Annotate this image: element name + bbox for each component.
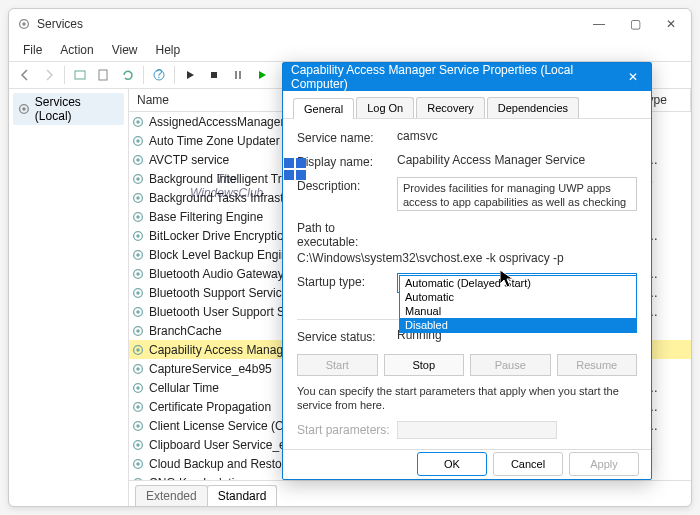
tab-extended[interactable]: Extended [135, 485, 208, 506]
gear-icon [131, 172, 145, 186]
cancel-button[interactable]: Cancel [493, 452, 563, 476]
option-auto-delayed[interactable]: Automatic (Delayed Start) [400, 276, 636, 290]
label-startup-type: Startup type: [297, 273, 397, 289]
properties-button[interactable] [69, 64, 91, 86]
tab-logon[interactable]: Log On [356, 97, 414, 118]
svg-point-1 [22, 22, 26, 26]
svg-point-12 [136, 120, 140, 124]
gear-icon [131, 286, 145, 300]
svg-rect-8 [239, 71, 241, 79]
gear-icon [17, 102, 31, 116]
svg-point-24 [136, 234, 140, 238]
svg-rect-3 [99, 70, 107, 80]
minimize-button[interactable]: — [587, 17, 611, 31]
svg-text:?: ? [156, 68, 163, 81]
svg-point-10 [22, 107, 25, 110]
gear-icon [131, 457, 145, 471]
svg-point-34 [136, 329, 140, 333]
value-description: Provides facilities for managing UWP app… [397, 177, 637, 211]
label-start-params: Start parameters: [297, 421, 397, 437]
label-display-name: Display name: [297, 153, 397, 169]
svg-point-40 [136, 386, 140, 390]
gear-icon [131, 153, 145, 167]
gear-icon [131, 210, 145, 224]
resume-button: Resume [557, 354, 638, 376]
gear-icon [131, 305, 145, 319]
start-params-input [397, 421, 557, 439]
value-path: C:\Windows\system32\svchost.exe -k ospri… [297, 251, 637, 265]
option-disabled[interactable]: Disabled [400, 318, 636, 332]
svg-point-46 [136, 443, 140, 447]
gear-icon [131, 381, 145, 395]
label-service-status: Service status: [297, 328, 397, 344]
export-button[interactable] [93, 64, 115, 86]
startup-type-dropdown[interactable]: Automatic (Delayed Start) Automatic Manu… [399, 275, 637, 333]
bottom-tabs: Extended Standard [129, 480, 691, 506]
svg-point-38 [136, 367, 140, 371]
ok-button[interactable]: OK [417, 452, 487, 476]
titlebar: Services — ▢ ✕ [9, 9, 691, 39]
properties-dialog: Capability Access Manager Service Proper… [282, 62, 652, 480]
svg-point-20 [136, 196, 140, 200]
label-path: Path to executable: [297, 219, 397, 249]
tab-standard[interactable]: Standard [207, 485, 278, 506]
start-service-button[interactable] [179, 64, 201, 86]
label-service-name: Service name: [297, 129, 397, 145]
apply-button: Apply [569, 452, 639, 476]
help-button[interactable]: ? [148, 64, 170, 86]
stop-service-button[interactable] [203, 64, 225, 86]
stop-button[interactable]: Stop [384, 354, 465, 376]
dialog-title: Capability Access Manager Service Proper… [291, 63, 623, 91]
start-button: Start [297, 354, 378, 376]
tree-root[interactable]: Services (Local) [13, 93, 124, 125]
close-button[interactable]: ✕ [659, 17, 683, 31]
tab-recovery[interactable]: Recovery [416, 97, 484, 118]
svg-rect-7 [235, 71, 237, 79]
gear-icon [131, 229, 145, 243]
back-button[interactable] [14, 64, 36, 86]
pause-button: Pause [470, 354, 551, 376]
gear-icon [131, 115, 145, 129]
svg-point-30 [136, 291, 140, 295]
maximize-button[interactable]: ▢ [623, 17, 647, 31]
gear-icon [131, 191, 145, 205]
svg-point-26 [136, 253, 140, 257]
svg-point-16 [136, 158, 140, 162]
svg-point-42 [136, 405, 140, 409]
note-text: You can specify the start parameters tha… [297, 384, 637, 413]
dialog-titlebar: Capability Access Manager Service Proper… [283, 63, 651, 91]
tree-pane: Services (Local) [9, 89, 129, 506]
forward-button[interactable] [38, 64, 60, 86]
gear-icon [131, 362, 145, 376]
svg-point-32 [136, 310, 140, 314]
menu-view[interactable]: View [104, 41, 146, 59]
gear-icon [131, 324, 145, 338]
value-display-name: Capability Access Manager Service [397, 153, 637, 167]
svg-point-22 [136, 215, 140, 219]
gear-icon [131, 134, 145, 148]
svg-point-28 [136, 272, 140, 276]
dialog-close-button[interactable]: ✕ [623, 70, 643, 84]
gear-icon [131, 400, 145, 414]
menu-help[interactable]: Help [148, 41, 189, 59]
pause-service-button[interactable] [227, 64, 249, 86]
restart-service-button[interactable] [251, 64, 273, 86]
gear-icon [131, 419, 145, 433]
svg-point-14 [136, 139, 140, 143]
svg-point-48 [136, 462, 140, 466]
dialog-footer: OK Cancel Apply [283, 449, 651, 479]
svg-point-36 [136, 348, 140, 352]
window-title: Services [37, 17, 83, 31]
services-icon [17, 17, 31, 31]
svg-point-18 [136, 177, 140, 181]
gear-icon [131, 248, 145, 262]
menu-action[interactable]: Action [52, 41, 101, 59]
refresh-button[interactable] [117, 64, 139, 86]
svg-rect-6 [211, 72, 217, 78]
menu-file[interactable]: File [15, 41, 50, 59]
tab-dependencies[interactable]: Dependencies [487, 97, 579, 118]
tab-general[interactable]: General [293, 98, 354, 119]
option-automatic[interactable]: Automatic [400, 290, 636, 304]
gear-icon [131, 267, 145, 281]
option-manual[interactable]: Manual [400, 304, 636, 318]
